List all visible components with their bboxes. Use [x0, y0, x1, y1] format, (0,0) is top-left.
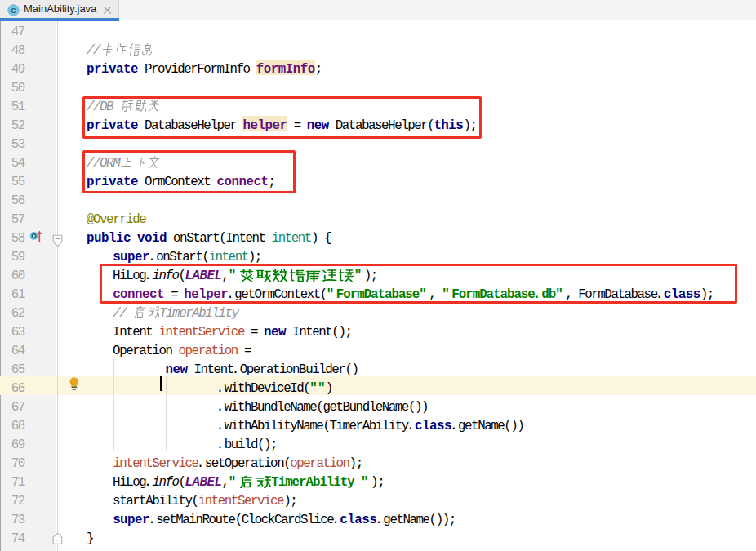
svg-text:C: C [11, 7, 16, 15]
